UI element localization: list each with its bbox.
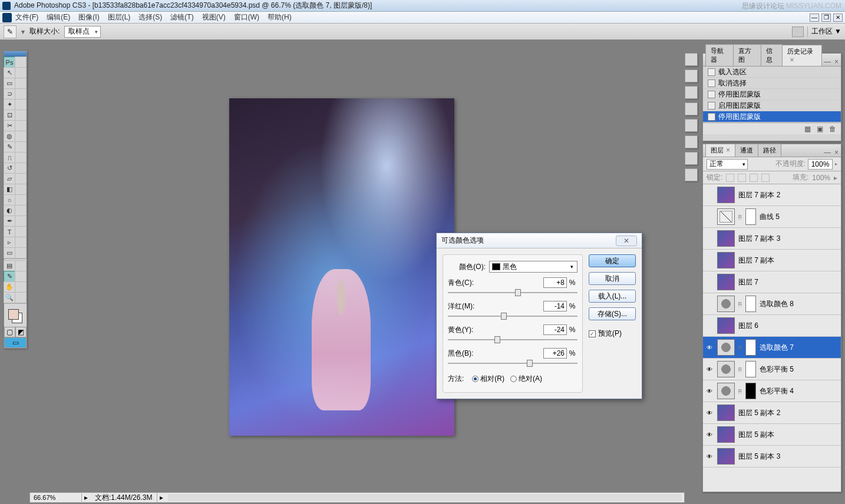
standard-mode-icon[interactable]: ▢ <box>4 327 15 337</box>
method-relative-radio[interactable]: 相对(R) <box>472 374 504 384</box>
visibility-icon[interactable] <box>705 343 714 352</box>
history-tab[interactable]: 历史记录× <box>782 45 822 66</box>
menu-item[interactable]: 图层(L) <box>108 12 131 22</box>
save-button[interactable]: 存储(S)... <box>589 307 636 320</box>
fill-value[interactable]: 100% <box>812 174 830 182</box>
dock-icon[interactable] <box>685 152 698 165</box>
history-delete-icon[interactable]: 🗑 <box>829 125 836 133</box>
layers-tab[interactable]: 通道 <box>735 144 758 157</box>
method-absolute-radio[interactable]: 绝对(A) <box>510 374 542 384</box>
ok-button[interactable]: 确定 <box>589 254 636 267</box>
heal-tool[interactable]: ◍ <box>4 131 15 142</box>
history-tab[interactable]: 导航器 <box>705 44 734 66</box>
visibility-icon[interactable] <box>705 321 714 330</box>
lasso-tool[interactable]: ⊃ <box>4 88 15 100</box>
lock-pixels-icon[interactable] <box>738 174 746 182</box>
opacity-value[interactable]: 100% <box>808 159 833 170</box>
slider-value-input[interactable] <box>543 277 567 288</box>
layer-row[interactable]: 图层 7 <box>703 271 841 293</box>
load-button[interactable]: 载入(L)... <box>589 290 636 303</box>
visibility-icon[interactable] <box>705 256 714 264</box>
type-tool[interactable]: T <box>4 226 15 237</box>
gradient-tool[interactable]: ◧ <box>4 184 15 195</box>
menu-item[interactable]: 帮助(H) <box>268 12 292 22</box>
lock-trans-icon[interactable] <box>726 174 734 182</box>
dock-icon[interactable] <box>685 69 698 82</box>
menu-item[interactable]: 图像(I) <box>78 12 99 22</box>
eyedropper-tool[interactable]: ✎ <box>4 271 15 282</box>
color-select[interactable]: 黑色 <box>489 261 577 273</box>
history-item[interactable]: 取消选择 <box>703 78 841 89</box>
dock-icon[interactable] <box>685 53 698 66</box>
layer-row[interactable]: ⎘色彩平衡 5 <box>703 359 841 380</box>
layer-row[interactable]: 图层 7 副本 3 <box>703 228 841 250</box>
layer-row[interactable]: 图层 6 <box>703 315 841 337</box>
history-snapshot-icon[interactable]: ▦ <box>804 125 811 133</box>
tool-preset-icon[interactable]: ✎ <box>4 25 16 38</box>
dodge-tool[interactable]: ◐ <box>4 205 15 216</box>
go-bridge-icon[interactable] <box>792 26 804 37</box>
blur-tool[interactable]: ○ <box>4 194 15 205</box>
slider-track[interactable] <box>448 336 577 343</box>
pen-tool[interactable]: ✒ <box>4 215 15 227</box>
ps-home[interactable]: Ps <box>4 57 15 68</box>
color-swatch[interactable] <box>8 309 22 323</box>
brush-tool[interactable]: ✎ <box>4 141 15 152</box>
layer-row[interactable]: ⎘色彩平衡 4 <box>703 380 841 402</box>
history-brush-tool[interactable]: ↺ <box>4 163 15 174</box>
layer-row[interactable]: 图层 7 副本 <box>703 250 841 271</box>
visibility-icon[interactable] <box>705 430 714 439</box>
panel-close-icon[interactable]: × <box>834 58 839 66</box>
slice-tool[interactable]: ✂ <box>4 120 15 131</box>
minimize-button[interactable]: — <box>810 14 819 22</box>
visibility-icon[interactable] <box>705 365 714 373</box>
visibility-icon[interactable] <box>705 213 714 221</box>
history-tab[interactable]: 信息 <box>761 44 783 66</box>
layers-tab[interactable]: 路径 <box>758 144 781 157</box>
workspace-menu[interactable]: 工作区 ▼ <box>811 26 841 37</box>
slider-track[interactable] <box>448 289 577 296</box>
stamp-tool[interactable]: ⎍ <box>4 152 15 163</box>
sample-size-select[interactable]: 取样点 <box>64 26 101 38</box>
preview-checkbox[interactable]: ✓预览(P) <box>589 329 636 339</box>
move-tool[interactable]: ↖ <box>4 67 15 78</box>
slider-value-input[interactable] <box>543 301 567 311</box>
history-item[interactable]: 停用图层蒙版 <box>703 89 841 100</box>
wand-tool[interactable]: ✦ <box>4 99 15 110</box>
restore-button[interactable]: ❐ <box>821 14 831 22</box>
panel-minimize-icon[interactable]: — <box>824 148 831 157</box>
close-button[interactable]: ✕ <box>833 14 843 22</box>
dock-icon[interactable] <box>685 102 698 115</box>
screenmode-icon[interactable]: ▭ <box>4 337 27 348</box>
lock-all-icon[interactable] <box>761 174 770 182</box>
slider-track[interactable] <box>448 360 577 367</box>
dock-icon[interactable] <box>685 119 698 132</box>
slider-value-input[interactable] <box>543 324 567 335</box>
panel-close-icon[interactable]: × <box>834 148 839 157</box>
layer-row[interactable]: ⎘曲线 5 <box>703 206 841 228</box>
scrollbar[interactable] <box>168 494 682 501</box>
layer-row[interactable]: 图层 5 副本 2 <box>703 402 841 424</box>
layers-tab[interactable]: 图层× <box>705 144 735 157</box>
dialog-close-icon[interactable]: ✕ <box>616 236 637 246</box>
history-item[interactable]: 载入选区 <box>703 67 841 78</box>
history-item[interactable]: ▶停用图层蒙版 <box>703 111 841 122</box>
visibility-icon[interactable] <box>705 409 714 417</box>
eraser-tool[interactable]: ▱ <box>4 173 15 184</box>
layer-row[interactable]: 图层 5 副本 <box>703 424 841 446</box>
menu-item[interactable]: 选择(S) <box>138 12 162 22</box>
visibility-icon[interactable] <box>705 387 714 395</box>
visibility-icon[interactable] <box>705 191 714 199</box>
visibility-icon[interactable] <box>705 234 714 243</box>
menu-item[interactable]: 滤镜(T) <box>170 12 193 22</box>
visibility-icon[interactable] <box>705 300 714 308</box>
visibility-icon[interactable] <box>705 278 714 286</box>
visibility-icon[interactable] <box>705 452 714 460</box>
crop-tool[interactable]: ⊡ <box>4 110 15 121</box>
shape-tool[interactable]: ▭ <box>4 247 15 258</box>
menu-item[interactable]: 窗口(W) <box>234 12 259 22</box>
history-new-icon[interactable]: ▣ <box>817 125 823 133</box>
layer-row[interactable]: ⎘选取颜色 7 <box>703 337 841 359</box>
history-item[interactable]: 启用图层蒙版 <box>703 100 841 111</box>
dock-icon[interactable] <box>685 135 698 148</box>
